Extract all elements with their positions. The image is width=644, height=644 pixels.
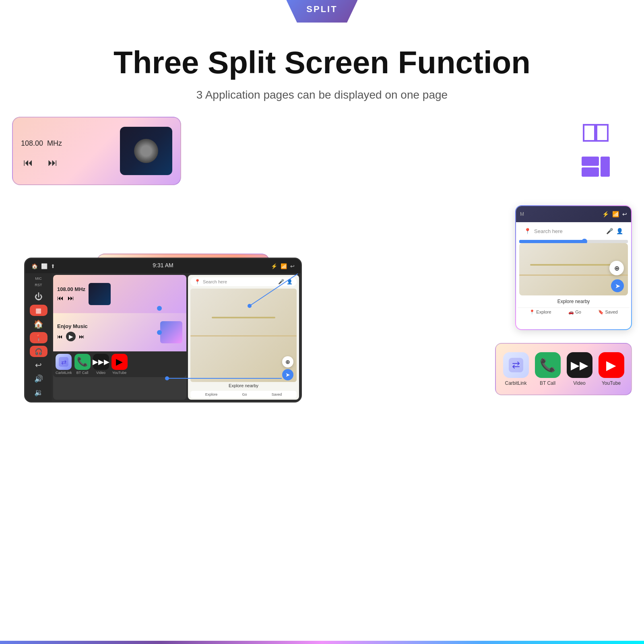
panel-search-placeholder[interactable]: Search here	[203, 279, 276, 284]
sidebar-power-icon[interactable]: ⏻	[30, 291, 47, 302]
sidebar-map-icon[interactable]: 📍	[30, 332, 47, 343]
panel-app-youtube[interactable]: ▶ YouTube	[111, 354, 128, 375]
radio-next-button[interactable]: ⏭	[45, 155, 60, 170]
map-explore-label: Explore nearby	[516, 295, 631, 308]
page-title: Three Split Screen Function	[114, 44, 530, 81]
youtube-label: YouTube	[112, 371, 126, 375]
car-time: 9:31 AM	[153, 262, 173, 268]
grid-icon	[580, 155, 612, 180]
wifi-icon: 📶	[281, 263, 287, 269]
radio-prev-button[interactable]: ⏮	[21, 155, 35, 170]
back-icon[interactable]: ↩	[290, 263, 295, 269]
app-item-btcall[interactable]: 📞 BT Call	[535, 352, 561, 386]
page-subtitle: 3 Application pages can be displayed on …	[196, 89, 448, 101]
btcall-app-label: BT Call	[540, 380, 555, 386]
map-navigate-button[interactable]: ➤	[282, 369, 293, 380]
panel-left: 108.00 MHz ⏮ ⏭ Enjoy Music	[53, 275, 186, 400]
sidebar-back-icon[interactable]: ↩	[30, 359, 47, 371]
bottom-bar	[0, 641, 644, 644]
youtube-icon[interactable]: ▶	[111, 354, 128, 370]
btcall-icon[interactable]: 📞	[74, 354, 91, 370]
car-sidebar: MIC RST ⏻ ▦ 🏠 📍 🎧 ↩ 🔊 🔉	[25, 273, 52, 401]
panel-music-play[interactable]: ▶	[66, 332, 76, 341]
sidebar-headphone-icon[interactable]: 🎧	[30, 346, 47, 357]
car-body: MIC RST ⏻ ▦ 🏠 📍 🎧 ↩ 🔊 🔉 108.00 MHz	[25, 273, 301, 401]
bluetooth-icon: ⚡	[602, 211, 609, 217]
map-pin-icon: 📍	[194, 279, 200, 285]
youtube-app-label: YouTube	[602, 380, 621, 386]
map-google-icon: 📍	[524, 228, 531, 234]
carbitlink-label: CarbitLink	[56, 371, 72, 375]
map-zoom-button[interactable]: ⊕	[609, 261, 624, 275]
sidebar-home-icon[interactable]: 🏠	[30, 318, 47, 330]
map-account-icon[interactable]: 👤	[616, 228, 623, 234]
account-icon[interactable]: 👤	[287, 279, 293, 285]
youtube-app-icon[interactable]: ▶	[599, 352, 624, 378]
panel-app-btcall[interactable]: 📞 BT Call	[74, 354, 91, 375]
panel-radio-freq: 108.00 MHz	[57, 286, 85, 292]
sidebar-plus-icon[interactable]: 🔊	[30, 373, 47, 384]
signal-icon: 📶	[612, 211, 619, 217]
sidebar-minus-icon[interactable]: 🔉	[30, 387, 47, 398]
go-btn[interactable]: Go	[242, 392, 247, 396]
carbitlink-app-icon[interactable]: ⇄	[503, 352, 529, 378]
go-btn[interactable]: 🚗 Go	[568, 310, 581, 315]
panel-radio-info: 108.00 MHz ⏮ ⏭	[57, 286, 85, 302]
map-search-bar[interactable]: 📍 Search here 🎤 👤	[519, 225, 628, 237]
carbitlink-app-label: CarbitLink	[505, 380, 526, 386]
split-badge: SPLIT	[286, 0, 357, 23]
panel-radio: 108.00 MHz ⏮ ⏭	[53, 275, 186, 313]
car-status-right: ⚡ 📶 ↩	[271, 263, 295, 269]
panel-radio-thumb	[89, 283, 111, 305]
panel-map-body: ⊕ ➤	[190, 289, 297, 382]
saved-icon: 🔖	[598, 310, 604, 314]
app-item-video[interactable]: ▶▶ Video	[567, 352, 592, 386]
svg-text:⇄: ⇄	[61, 359, 66, 365]
saved-btn[interactable]: Saved	[272, 392, 282, 396]
explore-btn[interactable]: Explore	[205, 392, 218, 396]
map-navigate-button[interactable]: ➤	[611, 279, 624, 292]
radio-frequency: 108.00 MHz	[21, 132, 112, 149]
screen-icon[interactable]: ⬜	[41, 263, 47, 269]
panel-music-prev[interactable]: ⏮	[57, 333, 63, 340]
radio-card: 108.00 MHz ⏮ ⏭	[12, 117, 181, 185]
panel-radio-controls[interactable]: ⏮ ⏭	[57, 295, 85, 302]
radio-info: 108.00 MHz ⏮ ⏭	[21, 132, 112, 170]
explore-btn[interactable]: 📍 Explore	[529, 310, 551, 315]
panel-music-controls[interactable]: ⏮ ▶ ⏭	[57, 332, 157, 341]
svg-rect-4	[601, 157, 610, 177]
map-panel-body: ⊕ ➤	[519, 243, 628, 295]
panel-app-carbitlink[interactable]: ⇄ CarbitLink	[56, 354, 72, 375]
car-head-unit: 🏠 ⬜ ⬆ 9:31 AM ⚡ 📶 ↩ MIC RST ⏻ ▦ 🏠 📍 🎧 ↩ …	[24, 258, 302, 402]
app-item-youtube[interactable]: ▶ YouTube	[599, 352, 624, 386]
panel-next-button[interactable]: ⏭	[68, 295, 74, 302]
car-status-bar: 🏠 ⬜ ⬆ 9:31 AM ⚡ 📶 ↩	[25, 259, 301, 273]
panel-music-thumb	[160, 321, 182, 343]
map-location-button[interactable]: ⊕	[282, 356, 293, 367]
up-icon[interactable]: ⬆	[51, 263, 55, 269]
map-footer: 📍 Explore 🚗 Go 🔖 Saved	[518, 308, 630, 316]
map-search-text[interactable]: Search here	[534, 228, 603, 234]
panel-app-video[interactable]: ▶▶▶ Video	[93, 354, 109, 375]
panel-prev-button[interactable]: ⏮	[57, 295, 64, 302]
app-item-carbitlink[interactable]: ⇄ CarbitLink	[503, 352, 529, 386]
connector-dot-2	[157, 330, 162, 335]
radio-thumbnail	[120, 127, 172, 175]
back-icon[interactable]: ↩	[622, 211, 627, 217]
video-app-icon[interactable]: ▶▶	[567, 352, 592, 378]
book-icon	[580, 121, 612, 147]
panel-music-next[interactable]: ⏭	[79, 333, 85, 340]
btcall-label: BT Call	[76, 371, 88, 375]
video-icon[interactable]: ▶▶▶	[93, 354, 109, 370]
btcall-app-icon[interactable]: 📞	[535, 352, 561, 378]
panel-map-search[interactable]: 📍 Search here 🎤 👤	[190, 277, 297, 286]
explore-icon: 📍	[529, 310, 535, 314]
carbitlink-icon[interactable]: ⇄	[56, 354, 72, 370]
map-mic-icon[interactable]: 🎤	[606, 228, 613, 234]
radio-controls[interactable]: ⏮ ⏭	[21, 155, 112, 170]
saved-btn[interactable]: 🔖 Saved	[598, 310, 617, 315]
home-icon[interactable]: 🏠	[31, 263, 38, 269]
mic-icon[interactable]: 🎤	[278, 279, 284, 285]
mic-label: MIC	[35, 277, 42, 281]
sidebar-grid-icon[interactable]: ▦	[30, 305, 47, 316]
